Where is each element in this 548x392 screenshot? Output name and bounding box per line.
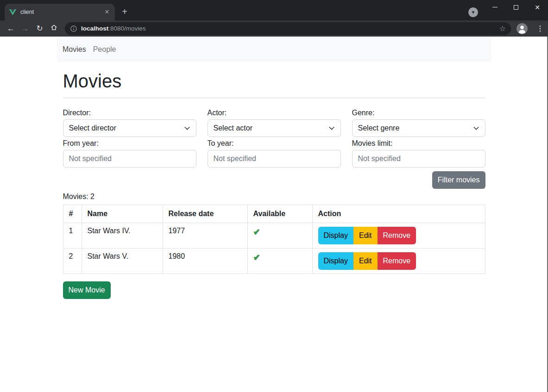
row-name: Star Wars V. [82, 249, 163, 274]
row-available: ✔ [247, 249, 312, 274]
close-button[interactable]: ✕ [527, 0, 548, 14]
genre-label: Genre: [352, 108, 485, 118]
new-movie-button[interactable]: New Movie [63, 281, 111, 299]
remove-button[interactable]: Remove [378, 227, 416, 244]
director-label: Director: [63, 108, 196, 118]
address-bar[interactable]: localhost:8080/movies ☆ [65, 22, 511, 35]
director-field: Director: Select director [63, 108, 196, 137]
director-select[interactable]: Select director [63, 119, 196, 137]
app-navbar: Movies People [57, 37, 491, 62]
from-year-field: From year: [63, 139, 196, 168]
bookmark-star-icon[interactable]: ☆ [499, 24, 506, 33]
from-year-input[interactable] [63, 150, 196, 168]
browser-tab[interactable]: client ✕ [5, 4, 115, 20]
row-num: 1 [63, 223, 82, 249]
check-icon: ✔ [253, 227, 260, 236]
page-title: Movies [63, 70, 485, 92]
to-year-field: To year: [208, 139, 341, 168]
check-icon: ✔ [253, 253, 260, 262]
header-num: # [63, 205, 82, 223]
chevron-down-icon [184, 125, 190, 131]
movies-limit-field: Movies limit: [352, 139, 485, 168]
site-info-icon[interactable] [70, 25, 77, 32]
actor-label: Actor: [208, 108, 341, 118]
movies-table: # Name Release date Available Action 1 S… [63, 205, 485, 274]
url-host: localhost [81, 25, 108, 32]
row-available: ✔ [247, 223, 312, 249]
filter-form: Director: Select director Actor: Select … [63, 108, 485, 168]
browser-toolbar: ← → ↻ localhost:8080/movies ☆ ⋮ [0, 20, 548, 37]
genre-select-value: Select genre [358, 124, 400, 132]
table-row: 2 Star Wars V. 1980 ✔ Display Edit Remov… [63, 249, 485, 274]
browser-window: client ✕ + ▾ ✕ ← → ↻ localhost:8080/movi… [0, 0, 548, 392]
edit-button[interactable]: Edit [353, 227, 378, 244]
browser-menu-icon[interactable]: ⋮ [532, 24, 548, 33]
minimize-icon [492, 7, 498, 7]
maximize-icon [514, 5, 518, 10]
remove-button[interactable]: Remove [378, 252, 416, 270]
url-text: localhost:8080/movies [81, 25, 146, 32]
minimize-button[interactable] [484, 0, 505, 14]
row-release-date: 1980 [163, 249, 247, 274]
to-year-label: To year: [208, 139, 341, 148]
actor-select[interactable]: Select actor [208, 119, 341, 137]
row-actions: Display Edit Remove [312, 249, 485, 274]
main-container: Movies Director: Select director Actor: … [57, 70, 491, 299]
tab-title: client [20, 9, 102, 15]
home-icon[interactable] [47, 24, 61, 34]
action-button-group: Display Edit Remove [318, 252, 416, 270]
back-icon[interactable]: ← [4, 24, 18, 33]
avatar-icon [517, 23, 528, 34]
vue-favicon-icon [9, 9, 16, 16]
from-year-label: From year: [63, 139, 196, 148]
to-year-input[interactable] [208, 150, 341, 168]
genre-field: Genre: Select genre [352, 108, 485, 137]
display-button[interactable]: Display [318, 252, 353, 270]
tab-strip: client ✕ + ▾ ✕ [0, 0, 548, 20]
nav-link-movies[interactable]: Movies [63, 45, 86, 54]
divider [63, 98, 485, 98]
filter-actions: Filter movies [63, 171, 485, 189]
movies-count: Movies: 2 [63, 193, 485, 201]
url-path: :8080/movies [108, 25, 145, 32]
row-num: 2 [63, 249, 82, 274]
header-name: Name [82, 205, 163, 223]
forward-icon[interactable]: → [18, 24, 32, 33]
table-header-row: # Name Release date Available Action [63, 205, 485, 223]
chevron-down-icon [473, 125, 479, 131]
chevron-down-icon [328, 125, 335, 131]
tab-close-icon[interactable]: ✕ [102, 7, 112, 17]
director-select-value: Select director [69, 124, 116, 132]
reload-icon[interactable]: ↻ [32, 24, 47, 33]
nav-link-people[interactable]: People [93, 45, 116, 54]
table-row: 1 Star Wars IV. 1977 ✔ Display Edit Remo… [63, 223, 485, 249]
profile-button[interactable] [512, 23, 532, 34]
actor-field: Actor: Select actor [208, 108, 341, 137]
header-release-date: Release date [163, 205, 247, 223]
browser-update-icon[interactable]: ▾ [468, 7, 478, 17]
genre-select[interactable]: Select genre [352, 119, 485, 137]
new-tab-button[interactable]: + [119, 6, 131, 18]
web-page: Movies People Movies Director: Select di… [0, 37, 548, 392]
row-release-date: 1977 [163, 223, 247, 249]
actor-select-value: Select actor [214, 124, 252, 132]
row-name: Star Wars IV. [82, 223, 163, 249]
action-button-group: Display Edit Remove [318, 227, 416, 244]
movies-limit-label: Movies limit: [352, 139, 485, 148]
display-button[interactable]: Display [318, 227, 353, 244]
edit-button[interactable]: Edit [353, 252, 378, 270]
filter-movies-button[interactable]: Filter movies [432, 171, 485, 189]
header-available: Available [247, 205, 312, 223]
maximize-button[interactable] [505, 0, 527, 14]
movies-limit-input[interactable] [352, 150, 485, 168]
window-controls: ✕ [484, 0, 548, 14]
header-action: Action [312, 205, 485, 223]
row-actions: Display Edit Remove [312, 223, 485, 249]
